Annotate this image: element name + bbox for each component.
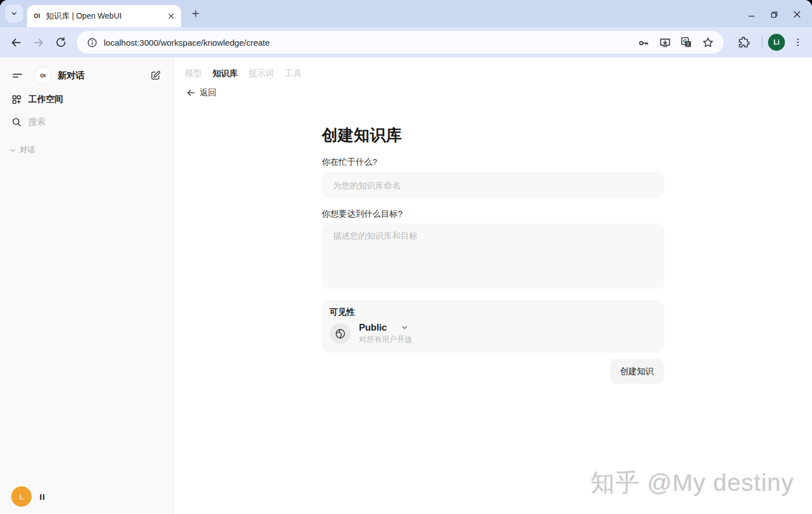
minimize-button[interactable]	[747, 10, 756, 19]
tab-close-button[interactable]	[165, 11, 176, 22]
tab-tools[interactable]: 工具	[285, 68, 302, 79]
user-avatar: L	[11, 486, 32, 507]
translate-icon[interactable]: G 文	[678, 34, 694, 50]
tab-title: 知识库 | Open WebUI	[46, 11, 165, 21]
back-link[interactable]: 返回	[186, 87, 217, 98]
sidebar: OI 新对话 工作空间 搜索	[0, 58, 174, 514]
knowledge-name-input[interactable]	[322, 172, 664, 198]
restore-button[interactable]	[770, 10, 779, 19]
toolbar-actions: Li	[727, 33, 806, 51]
browser-menu-kebab-icon[interactable]	[789, 34, 806, 51]
new-chat-label[interactable]: 新对话	[58, 70, 147, 82]
browser-profile-avatar[interactable]: Li	[768, 34, 785, 51]
tab-models[interactable]: 模型	[185, 68, 202, 79]
knowledge-description-textarea[interactable]	[322, 223, 664, 289]
sidebar-item-workspace[interactable]: 工作空间	[9, 91, 164, 108]
sidebar-search[interactable]: 搜索	[9, 113, 164, 130]
visibility-row: Public 对所有用户开放	[330, 322, 655, 345]
visibility-texts: Public 对所有用户开放	[359, 322, 413, 345]
back-label: 返回	[200, 87, 217, 98]
description-field-label: 你想要达到什么目标?	[322, 209, 664, 219]
globe-icon	[330, 323, 351, 344]
browser-toolbar: localhost:3000/workspace/knowledge/creat…	[0, 27, 812, 58]
main-area: 模型 知识库 提示词 工具 返回 创建知识库 你在忙于什么? 你想要达到什么目标…	[174, 58, 812, 514]
url-text[interactable]: localhost:3000/workspace/knowledge/creat…	[104, 38, 630, 47]
create-knowledge-form: 创建知识库 你在忙于什么? 你想要达到什么目标? 可见性 Public	[322, 125, 664, 384]
new-chat-edit-button[interactable]	[147, 67, 164, 84]
close-window-button[interactable]	[792, 10, 802, 19]
plus-icon	[191, 9, 200, 18]
workspace-label: 工作空间	[28, 94, 63, 106]
tab-prompts[interactable]: 提示词	[249, 68, 274, 79]
close-icon	[167, 12, 175, 20]
tab-favicon-icon: OI	[34, 13, 41, 19]
visibility-hint: 对所有用户开放	[359, 335, 413, 345]
extensions-puzzle-icon[interactable]	[735, 33, 753, 51]
visibility-card: 可见性 Public 对所有用户开放	[322, 300, 664, 353]
visibility-title: 可见性	[330, 307, 655, 318]
workspace-grid-icon	[9, 94, 24, 105]
chevron-down-icon	[400, 323, 409, 332]
app-logo: OI	[35, 68, 51, 84]
watermark: 知乎 @My destiny	[590, 467, 794, 499]
bookmark-star-icon[interactable]	[700, 34, 716, 50]
back-button[interactable]	[6, 33, 25, 52]
browser-tab[interactable]: OI 知识库 | Open WebUI	[27, 5, 181, 27]
chevron-down-icon	[9, 147, 16, 154]
chevron-down-icon	[10, 10, 18, 17]
workspace-tabs: 模型 知识库 提示词 工具	[174, 58, 812, 79]
visibility-value: Public	[359, 322, 387, 333]
forward-button[interactable]	[29, 33, 48, 52]
arrow-left-icon	[186, 88, 196, 98]
tab-strip: OI 知识库 | Open WebUI	[0, 0, 812, 27]
window-controls	[747, 10, 802, 19]
toolbar-separator	[762, 37, 762, 48]
browser-window: OI 知识库 | Open WebUI	[0, 0, 812, 514]
sidebar-header: OI 新对话	[9, 66, 164, 85]
install-app-icon[interactable]	[657, 34, 673, 50]
sidebar-user[interactable]: L II	[11, 486, 45, 507]
site-info-icon[interactable]	[85, 35, 99, 50]
page-content: OI 新对话 工作空间 搜索	[0, 58, 812, 514]
submit-row: 创建知识	[322, 359, 664, 384]
page-title: 创建知识库	[322, 125, 664, 146]
search-icon	[9, 117, 24, 128]
password-key-icon[interactable]	[636, 34, 651, 50]
user-name: II	[39, 492, 45, 502]
create-knowledge-button[interactable]: 创建知识	[610, 359, 664, 384]
svg-text:文: 文	[686, 42, 690, 47]
conversations-label: 对话	[20, 145, 35, 155]
sidebar-section-conversations[interactable]: 对话	[9, 145, 164, 155]
name-field-label: 你在忙于什么?	[322, 157, 664, 168]
address-bar[interactable]: localhost:3000/workspace/knowledge/creat…	[77, 31, 723, 54]
visibility-selector[interactable]: Public	[359, 322, 413, 333]
tab-search-button[interactable]	[5, 5, 23, 23]
new-tab-button[interactable]	[188, 6, 204, 21]
search-placeholder: 搜索	[28, 116, 46, 128]
tab-knowledge[interactable]: 知识库	[213, 68, 238, 79]
sidebar-toggle-button[interactable]	[9, 67, 26, 84]
reload-button[interactable]	[51, 33, 70, 52]
